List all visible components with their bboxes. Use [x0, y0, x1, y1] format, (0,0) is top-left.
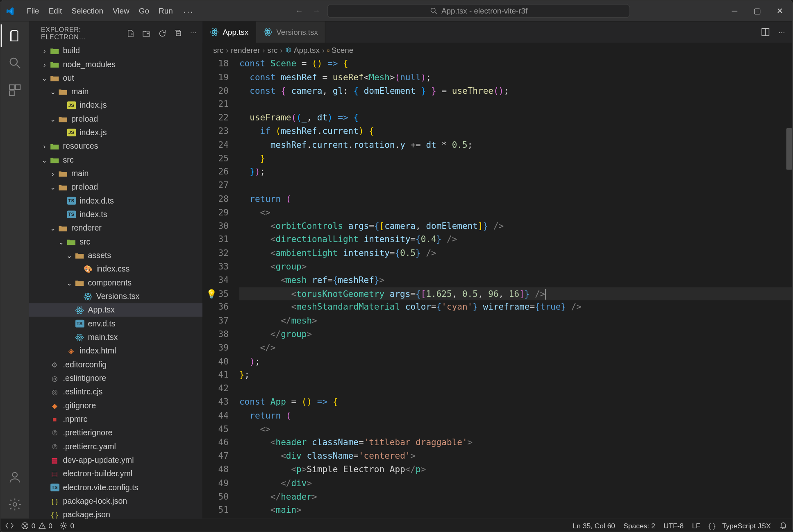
code-line[interactable]: if (meshRef.current) { [239, 125, 792, 138]
code-line[interactable] [239, 179, 792, 192]
code-line[interactable]: <meshStandardMaterial color={'cyan'} wir… [239, 301, 792, 314]
code-line[interactable]: </header> [239, 490, 792, 503]
breadcrumb-segment[interactable]: src [267, 45, 277, 54]
tree-folder[interactable]: ⌄main [29, 85, 202, 98]
nav-forward-icon[interactable]: → [313, 7, 320, 16]
tree-file[interactable]: JSindex.js [29, 126, 202, 139]
code-line[interactable]: <> [239, 422, 792, 436]
status-cursor-position[interactable]: Ln 35, Col 60 [573, 521, 615, 530]
menu-more-icon[interactable]: ··· [179, 4, 199, 18]
code-line[interactable]: </group> [239, 328, 792, 341]
status-language[interactable]: { } TypeScript JSX [709, 521, 771, 530]
status-problems[interactable]: 0 0 [21, 521, 52, 530]
code-line[interactable]: <ambientLight intensity={0.5} /> [239, 247, 792, 260]
menu-run[interactable]: Run [154, 4, 177, 18]
refresh-icon[interactable] [158, 29, 167, 38]
remote-icon[interactable] [5, 521, 14, 530]
tree-folder[interactable]: ⌄assets [29, 249, 202, 262]
breadcrumb-segment[interactable]: renderer [231, 45, 260, 54]
code-line[interactable] [239, 97, 792, 111]
code-line[interactable]: ); [239, 355, 792, 368]
code-line[interactable]: <p>Simple Electron App</p> [239, 463, 792, 476]
code-line[interactable]: const App = () => { [239, 395, 792, 409]
window-maximize-icon[interactable]: ▢ [753, 7, 761, 15]
tree-file[interactable]: TSindex.ts [29, 208, 202, 221]
nav-back-icon[interactable]: ← [295, 7, 303, 16]
tree-folder[interactable]: ⌄src [29, 153, 202, 167]
code-line[interactable]: </> [239, 341, 792, 355]
scrollbar-thumb[interactable] [786, 128, 792, 170]
tree-file[interactable]: ℗.prettierignore [29, 426, 202, 439]
tree-file[interactable]: JSindex.js [29, 99, 202, 112]
code-line[interactable]: </div> [239, 476, 792, 490]
tab-app-tsx[interactable]: App.tsx [202, 21, 256, 43]
status-indent[interactable]: Spaces: 2 [623, 521, 655, 530]
tree-file[interactable]: TSindex.d.ts [29, 194, 202, 208]
tree-folder[interactable]: ⌄src [29, 235, 202, 249]
file-tree[interactable]: ›build›node_modules⌄out⌄mainJSindex.js⌄p… [29, 44, 202, 518]
tree-file[interactable]: Versions.tsx [29, 290, 202, 303]
menu-file[interactable]: File [22, 4, 44, 18]
code-line[interactable]: return ( [239, 192, 792, 206]
breadcrumb-segment[interactable]: ▫Scene [327, 45, 353, 54]
tree-file[interactable]: ◎.eslintignore [29, 371, 202, 385]
breadcrumb[interactable]: src›renderer›src›⚛App.tsx›▫Scene [202, 43, 792, 57]
tree-folder[interactable]: ⌄preload [29, 180, 202, 194]
tree-file[interactable]: ▤electron-builder.yml [29, 467, 202, 480]
tree-folder[interactable]: ⌄out [29, 71, 202, 85]
tree-file[interactable]: TSelectron.vite.config.ts [29, 481, 202, 494]
code-line[interactable]: <> [239, 206, 792, 219]
tree-file[interactable]: 🎨index.css [29, 262, 202, 276]
code-line[interactable]: <directionalLight intensity={0.4} /> [239, 233, 792, 247]
tab-versions-tsx[interactable]: Versions.tsx [256, 21, 326, 43]
code-line[interactable]: <main> [239, 503, 792, 517]
tree-folder[interactable]: ›build [29, 44, 202, 57]
tree-file[interactable]: main.tsx [29, 331, 202, 344]
code-line[interactable]: </mesh> [239, 314, 792, 328]
window-close-icon[interactable]: ✕ [775, 7, 784, 15]
breadcrumb-segment[interactable]: src [213, 45, 223, 54]
code-line[interactable]: <orbitControls args={[camera, domElement… [239, 219, 792, 233]
activity-extensions-icon[interactable] [7, 82, 23, 99]
tree-file[interactable]: ■.npmrc [29, 412, 202, 426]
menu-view[interactable]: View [108, 4, 134, 18]
tree-folder[interactable]: ⌄components [29, 276, 202, 290]
code-line[interactable]: <torusKnotGeometry args={[1.625, 0.5, 96… [239, 287, 792, 301]
code-line[interactable]: <header className='titlebar draggable'> [239, 436, 792, 449]
code-line[interactable]: } [239, 152, 792, 165]
status-encoding[interactable]: UTF-8 [663, 521, 684, 530]
code-line[interactable]: return ( [239, 409, 792, 422]
tree-folder[interactable]: ⌄preload [29, 112, 202, 126]
tree-file[interactable]: ◈index.html [29, 344, 202, 358]
tree-folder[interactable]: ›main [29, 167, 202, 180]
tree-file[interactable]: ▤dev-app-update.yml [29, 453, 202, 467]
collapse-all-icon[interactable] [174, 29, 183, 38]
tree-file[interactable]: ◆.gitignore [29, 399, 202, 412]
lightbulb-icon[interactable]: 💡 [206, 287, 217, 301]
activity-account-icon[interactable] [7, 469, 23, 486]
code-line[interactable]: const { camera, gl: { domElement } } = u… [239, 84, 792, 97]
window-minimize-icon[interactable]: ─ [730, 7, 738, 15]
status-eol[interactable]: LF [692, 521, 700, 530]
code-line[interactable]: const meshRef = useRef<Mesh>(null); [239, 70, 792, 84]
activity-explorer-icon[interactable] [7, 27, 23, 44]
code-line[interactable]: meshRef.current.rotation.y += dt * 0.5; [239, 138, 792, 152]
code-content[interactable]: const Scene = () => { const meshRef = us… [239, 57, 792, 518]
menu-edit[interactable]: Edit [44, 4, 67, 18]
activity-settings-icon[interactable] [7, 496, 23, 513]
status-notifications-icon[interactable] [779, 521, 787, 530]
code-line[interactable]: }; [239, 368, 792, 382]
tree-file[interactable]: { }package-lock.json [29, 494, 202, 508]
code-line[interactable]: <div className='centered'> [239, 449, 792, 463]
tree-folder[interactable]: ›node_modules [29, 58, 202, 71]
new-file-icon[interactable] [126, 29, 135, 38]
code-line[interactable]: const Scene = () => { [239, 57, 792, 70]
tree-folder[interactable]: ⌄renderer [29, 221, 202, 235]
more-actions-icon[interactable]: ··· [779, 27, 785, 36]
tree-file[interactable]: ◎.eslintrc.cjs [29, 385, 202, 398]
code-line[interactable]: <mesh ref={meshRef}> [239, 274, 792, 287]
code-line[interactable]: <group> [239, 260, 792, 274]
breadcrumb-segment[interactable]: ⚛App.tsx [285, 45, 320, 54]
activity-search-icon[interactable] [7, 54, 23, 71]
tree-file[interactable]: App.tsx [29, 303, 202, 317]
